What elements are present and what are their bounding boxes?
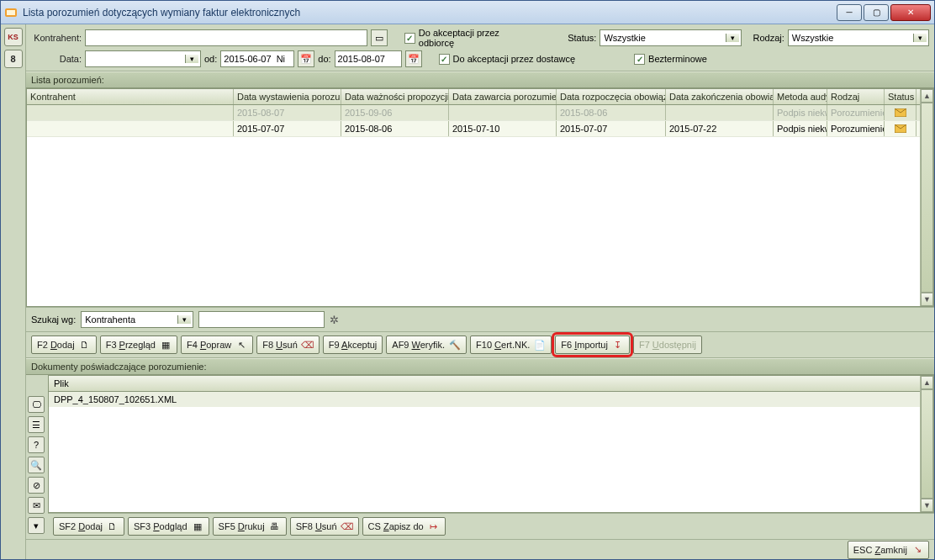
- preview-button[interactable]: F3 Przegląd▦: [100, 335, 177, 354]
- search-label: Szukaj wg:: [31, 314, 76, 325]
- window-frame: Lista porozumień dotyczących wymiany fak…: [0, 0, 935, 560]
- chevron-down-icon[interactable]: ▾: [28, 517, 45, 534]
- remove-button[interactable]: F8 Usuń⌫: [256, 335, 320, 354]
- accept-button[interactable]: F9 Akceptuj: [323, 335, 383, 354]
- od-label: od:: [204, 54, 217, 64]
- hammer-icon: 🔨: [449, 339, 461, 351]
- monitor-icon[interactable]: 🖵: [28, 396, 45, 413]
- col-data-wystawienia[interactable]: Data wystawienia porozum: [234, 89, 341, 104]
- pointer-icon: ↖: [235, 339, 247, 351]
- kontrahent-picker-button[interactable]: ▭: [371, 29, 388, 46]
- docs-preview-button[interactable]: SF3 Podgląd▦: [128, 517, 209, 536]
- agreements-toolbar: F2 Dodaj🗋 F3 Przegląd▦ F4 Popraw↖ F8 Usu…: [26, 332, 934, 358]
- docs-save-button[interactable]: CS Zapisz do↦: [362, 517, 446, 536]
- scroll-down-button[interactable]: ▼: [921, 293, 933, 306]
- add-button[interactable]: F2 Dodaj🗋: [31, 335, 97, 354]
- filter-panel: Kontrahent: ▭ Do akceptacji przez odbior…: [26, 24, 934, 71]
- scroll-thumb[interactable]: [921, 389, 933, 499]
- import-button[interactable]: F6 Importuj↧: [555, 335, 630, 354]
- recipient-accept-checkbox[interactable]: [404, 33, 415, 44]
- documents-table: Plik DPP_4_150807_102651.XML ▲ ▼: [48, 375, 934, 513]
- search-field-dropdown[interactable]: Kontrahenta▾: [81, 311, 193, 328]
- date-from-picker-button[interactable]: 📅: [298, 50, 314, 67]
- col-data-zawarcia[interactable]: Data zawarcia porozumien: [449, 89, 557, 104]
- date-from-input[interactable]: [220, 50, 294, 67]
- col-data-rozpoczecia[interactable]: Data rozpoczęcia obowiąz: [557, 89, 666, 104]
- new-doc-icon: 🗋: [107, 520, 119, 532]
- col-metoda[interactable]: Metoda audy: [774, 89, 827, 104]
- scroll-thumb[interactable]: [921, 103, 933, 293]
- table-scrollbar[interactable]: ▲ ▼: [920, 89, 933, 306]
- table-row[interactable]: 2015-08-07 2015-09-06 2015-08-06 Podpis …: [27, 105, 933, 121]
- window-controls: ─ ▢ ✕: [837, 4, 931, 21]
- sidebar-logo-button[interactable]: KS: [4, 28, 23, 46]
- share-button[interactable]: F7 Udostępnij: [633, 335, 702, 354]
- maximize-button[interactable]: ▢: [864, 4, 889, 21]
- do-label: do:: [318, 54, 330, 64]
- search-row: Szukaj wg: Kontrahenta▾ ✲: [26, 307, 934, 332]
- documents-panel: Plik DPP_4_150807_102651.XML ▲ ▼ SF2 Dod…: [48, 375, 934, 539]
- status-dropdown[interactable]: Wszystkie▾: [600, 29, 741, 46]
- mail-icon[interactable]: ✉: [28, 497, 45, 514]
- app-icon: [4, 6, 18, 19]
- help-icon[interactable]: ?: [28, 436, 45, 453]
- verify-button[interactable]: AF9 Weryfik.🔨: [386, 335, 467, 354]
- search-tool-icon[interactable]: 🔍: [28, 457, 45, 473]
- rodzaj-label: Rodzaj:: [753, 33, 784, 43]
- col-data-zakonczenia[interactable]: Data zakończenia obowią: [666, 89, 774, 104]
- delete-icon: ⌫: [302, 339, 314, 351]
- supplier-accept-checkbox[interactable]: [439, 54, 450, 65]
- edit-button[interactable]: F4 Popraw↖: [181, 335, 253, 354]
- documents-toolbar: SF2 Dodaj🗋 SF3 Podgląd▦ SF5 Drukuj🖶 SF8 …: [48, 513, 934, 539]
- kontrahent-input[interactable]: [85, 29, 367, 46]
- export-icon: ↦: [428, 520, 440, 532]
- list-icon[interactable]: ☰: [28, 416, 45, 433]
- close-button[interactable]: ✕: [890, 4, 931, 21]
- exit-icon: ↘: [911, 544, 923, 556]
- table-row[interactable]: 2015-07-07 2015-08-06 2015-07-10 2015-07…: [27, 121, 933, 137]
- docs-scrollbar[interactable]: ▲ ▼: [920, 376, 933, 512]
- supplier-accept-label: Do akceptacji przez dostawcę: [453, 54, 576, 64]
- table-header-row: Kontrahent Data wystawienia porozum Data…: [27, 89, 933, 105]
- docs-add-button[interactable]: SF2 Dodaj🗋: [53, 517, 124, 536]
- svg-rect-1: [7, 10, 15, 15]
- titlebar: Lista porozumień dotyczących wymiany fak…: [1, 1, 934, 24]
- scroll-up-button[interactable]: ▲: [921, 376, 933, 389]
- agreements-section-header: Lista porozumień:: [26, 71, 934, 88]
- col-rodzaj[interactable]: Rodzaj: [827, 89, 885, 104]
- docs-print-button[interactable]: SF5 Drukuj🖶: [213, 517, 287, 536]
- col-data-waznosci[interactable]: Data ważności propozycji: [341, 89, 449, 104]
- left-tool-strip: 🖵 ☰ ? 🔍 ⊘ ✉ ▾: [26, 375, 48, 539]
- col-kontrahent[interactable]: Kontrahent: [27, 89, 234, 104]
- kontrahent-label: Kontrahent:: [31, 33, 82, 43]
- status-bar: ESC Zamknij↘: [26, 539, 934, 559]
- delete-icon: ⌫: [341, 520, 353, 532]
- col-status[interactable]: Status: [885, 89, 917, 104]
- agreements-table: Kontrahent Data wystawienia porozum Data…: [26, 88, 934, 307]
- cert-button[interactable]: F10 Cert.NK.📄: [470, 335, 552, 354]
- status-icon: [885, 105, 917, 120]
- minimize-button[interactable]: ─: [837, 4, 862, 21]
- rodzaj-dropdown[interactable]: Wszystkie▾: [788, 29, 929, 46]
- scroll-up-button[interactable]: ▲: [921, 89, 933, 103]
- lock-icon[interactable]: ⊘: [28, 477, 45, 494]
- docs-row[interactable]: DPP_4_150807_102651.XML: [49, 392, 933, 407]
- data-dropdown[interactable]: ▾: [85, 50, 201, 67]
- printer-icon: 🖶: [269, 520, 281, 532]
- scroll-down-button[interactable]: ▼: [921, 499, 933, 512]
- recipient-accept-label: Do akceptacji przez odbiorcę: [419, 28, 536, 48]
- left-sidebar: KS 8: [1, 24, 26, 559]
- docs-delete-button[interactable]: SF8 Usuń⌫: [290, 517, 359, 536]
- date-to-picker-button[interactable]: 📅: [405, 50, 422, 67]
- search-input[interactable]: [198, 311, 325, 328]
- indefinite-checkbox[interactable]: [634, 54, 645, 65]
- new-doc-icon: 🗋: [79, 339, 91, 351]
- settings-icon[interactable]: ✲: [330, 314, 339, 326]
- grid-icon: ▦: [192, 520, 203, 532]
- docs-col-plik[interactable]: Plik: [49, 376, 933, 392]
- close-footer-button[interactable]: ESC Zamknij↘: [848, 541, 929, 559]
- date-to-input[interactable]: [335, 50, 402, 67]
- cert-icon: 📄: [534, 339, 546, 351]
- sidebar-count-button[interactable]: 8: [4, 50, 23, 68]
- data-label: Data:: [31, 54, 82, 64]
